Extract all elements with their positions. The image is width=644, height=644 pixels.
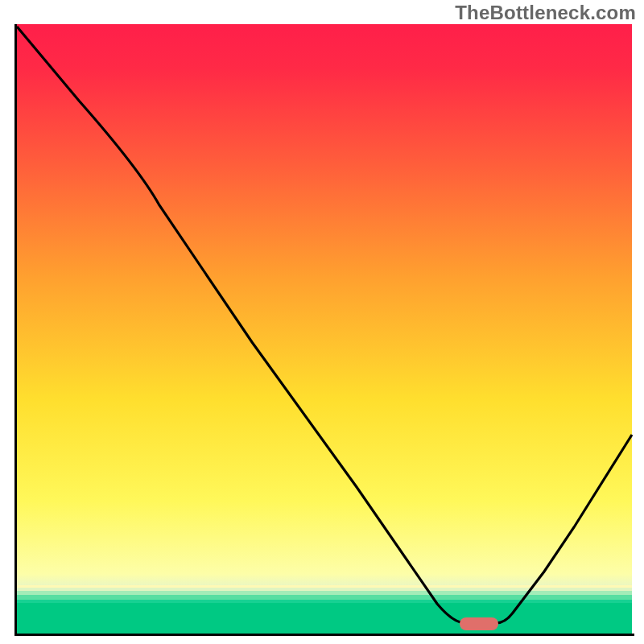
plot-area xyxy=(14,24,634,636)
watermark-label: TheBottleneck.com xyxy=(455,2,636,24)
chart-container: TheBottleneck.com xyxy=(0,0,644,644)
axes-border xyxy=(14,24,634,636)
